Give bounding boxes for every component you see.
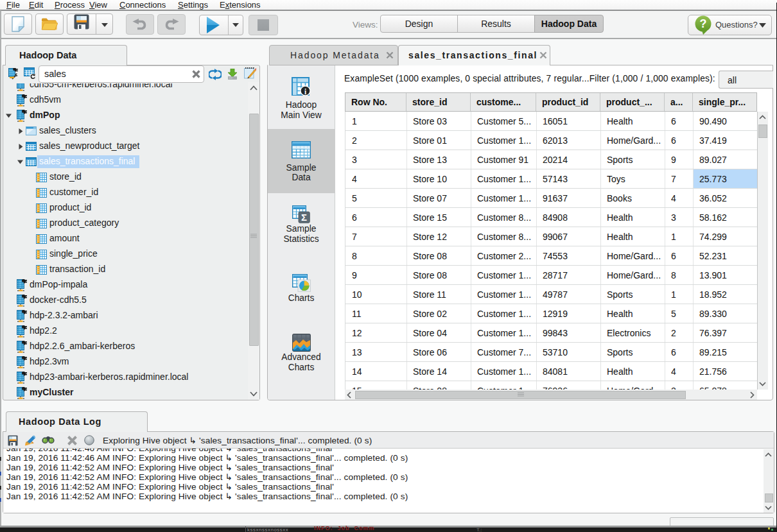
svg-text:?: ?: [700, 17, 707, 30]
svg-text:Σ: Σ: [301, 212, 307, 223]
